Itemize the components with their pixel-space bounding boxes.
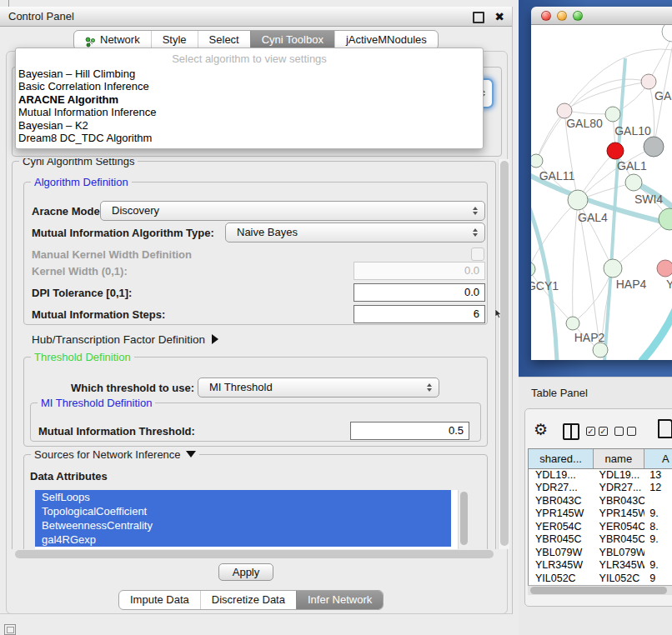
select-all-icon[interactable]: ✓✓ bbox=[586, 427, 608, 436]
tab-network[interactable]: Network bbox=[74, 31, 151, 49]
node-partial-top[interactable] bbox=[662, 25, 672, 42]
document-icon[interactable] bbox=[658, 419, 672, 438]
tab-cyni-toolbox[interactable]: Cyni Toolbox bbox=[250, 31, 334, 49]
tab-jactivemnodules-label: jActiveMNodules bbox=[346, 31, 427, 49]
gear-icon[interactable]: ⚙ bbox=[534, 420, 548, 438]
popup-item-mutual-information[interactable]: Mutual Information Inference bbox=[16, 106, 483, 118]
table-row[interactable]: YLR345WYLR345W9. bbox=[529, 559, 672, 572]
close-icon[interactable]: ✖ bbox=[494, 8, 504, 26]
node-gal4[interactable] bbox=[568, 190, 588, 210]
label-gcy1: GCY1 bbox=[531, 279, 559, 292]
mi-steps-field[interactable]: 6 bbox=[354, 305, 485, 323]
minimize-traffic-light-icon[interactable] bbox=[557, 11, 567, 21]
algorithm-dropdown-popup: Select algorithm to view settings Bayesi… bbox=[15, 48, 484, 149]
node-salmon[interactable] bbox=[657, 260, 672, 277]
list-item[interactable]: gal4RGexp bbox=[35, 532, 451, 547]
label-hap4: HAP4 bbox=[616, 278, 647, 291]
column-header-shared-name[interactable]: shared... bbox=[529, 449, 594, 468]
network-graph: GAL8 GAL80 GAL10 GAL1 GAL11 SWI4 GAL4 GC… bbox=[531, 25, 672, 360]
dock-panel-icon[interactable] bbox=[4, 624, 16, 635]
table-header-row: shared... name A bbox=[528, 448, 672, 469]
expand-arrow-icon bbox=[212, 334, 218, 344]
tab-select[interactable]: Select bbox=[198, 31, 250, 49]
algorithm-definition-legend: Algorithm Definition bbox=[31, 176, 132, 188]
mi-threshold-field[interactable]: 0.5 bbox=[350, 422, 469, 440]
tab-discretize-data[interactable]: Discretize Data bbox=[200, 591, 296, 609]
table-row[interactable]: YBR045CYBR045C9. bbox=[529, 533, 672, 546]
node-gray[interactable] bbox=[644, 137, 664, 157]
kernel-width-label: Kernel Width (0,1): bbox=[32, 265, 128, 278]
tab-style[interactable]: Style bbox=[151, 31, 198, 49]
table-body: YDL19...YDL19...13 YDR27...YDR27...12 YB… bbox=[528, 469, 672, 585]
hub-definition-toggle[interactable]: Hub/Transcription Factor Definition bbox=[32, 333, 218, 346]
float-window-icon[interactable] bbox=[473, 12, 484, 23]
label-swi4: SWI4 bbox=[634, 192, 663, 206]
list-item[interactable]: BetweennessCentrality bbox=[35, 518, 451, 532]
node-hap4[interactable] bbox=[604, 259, 622, 278]
node-red-selected[interactable] bbox=[607, 142, 624, 159]
label-y-partial: Y bbox=[666, 278, 672, 291]
popup-placeholder: Select algorithm to view settings bbox=[16, 48, 483, 68]
window-frame-tick bbox=[8, 0, 9, 7]
aracne-mode-label: Aracne Mode: bbox=[32, 205, 103, 218]
popup-item-bayesian-hill-climbing[interactable]: Bayesian – Hill Climbing bbox=[16, 68, 483, 80]
mi-threshold-label: Mutual Information Threshold: bbox=[38, 425, 195, 438]
table-row[interactable]: YIL052CYIL052C9 bbox=[529, 572, 672, 585]
column-header-name[interactable]: name bbox=[594, 449, 644, 468]
which-threshold-combobox[interactable]: MI Threshold bbox=[198, 378, 439, 398]
label-gal10: GAL10 bbox=[614, 124, 651, 138]
desktop-background: GAL8 GAL80 GAL10 GAL1 GAL11 SWI4 GAL4 GC… bbox=[519, 0, 672, 377]
data-attributes-list: SelfLoops TopologicalCoefficient Between… bbox=[35, 490, 469, 549]
settings-scrollpane: Cyni Algorithm Settings Algorithm Defini… bbox=[7, 158, 498, 549]
cyni-bottom-tabbar: Impute Data Discretize Data Infer Networ… bbox=[118, 590, 384, 610]
apply-button[interactable]: Apply bbox=[218, 563, 273, 581]
deselect-all-icon[interactable] bbox=[614, 427, 636, 436]
node-gal11[interactable] bbox=[531, 154, 543, 168]
tab-infer-network-label: Infer Network bbox=[308, 591, 372, 609]
manual-kernel-checkbox[interactable] bbox=[471, 248, 484, 261]
aracne-mode-combobox[interactable]: Discovery bbox=[100, 201, 485, 221]
settings-horizontal-scrollbar[interactable] bbox=[13, 549, 495, 560]
tab-discretize-data-label: Discretize Data bbox=[212, 591, 285, 609]
table-row[interactable]: YPR145WYPR145W9. bbox=[529, 508, 672, 520]
table-row[interactable]: YER054CYER054C8. bbox=[529, 521, 672, 533]
label-gal1: GAL1 bbox=[617, 159, 647, 172]
popup-item-aracne[interactable]: ARACNE Algorithm bbox=[16, 93, 483, 106]
close-traffic-light-icon[interactable] bbox=[541, 11, 551, 21]
tab-jactivemnodules[interactable]: jActiveMNodules bbox=[334, 31, 438, 49]
zoom-traffic-light-icon[interactable] bbox=[573, 11, 583, 21]
node-gal1[interactable] bbox=[625, 174, 642, 191]
node-gal8[interactable] bbox=[641, 74, 656, 89]
bright-cyan-edge bbox=[641, 290, 672, 360]
list-scrollbar[interactable] bbox=[458, 490, 469, 549]
table-horizontal-scrollbar[interactable] bbox=[528, 585, 672, 595]
network-window-titlebar[interactable] bbox=[531, 7, 672, 25]
popup-item-basic-correlation[interactable]: Basic Correlation Inference bbox=[16, 80, 483, 92]
label-gal4: GAL4 bbox=[578, 211, 608, 224]
dpi-tolerance-field[interactable]: 0.0 bbox=[354, 283, 485, 302]
settings-vertical-scrollbar[interactable] bbox=[498, 159, 509, 549]
table-row[interactable]: YDL19...YDL19...13 bbox=[529, 469, 672, 482]
popup-item-dream8[interactable]: Dream8 DC_TDC Algorithm bbox=[16, 132, 483, 144]
threshold-definition-legend: Threshold Definition bbox=[31, 351, 134, 363]
tab-infer-network[interactable]: Infer Network bbox=[296, 591, 383, 609]
aracne-mode-value: Discovery bbox=[112, 204, 159, 217]
tab-impute-data[interactable]: Impute Data bbox=[119, 591, 200, 609]
table-row[interactable]: YDR27...YDR27...12 bbox=[529, 482, 672, 494]
sources-legend[interactable]: Sources for Network Inference bbox=[31, 448, 199, 461]
column-header-partial[interactable]: A bbox=[644, 449, 672, 468]
mi-threshold-legend: MI Threshold Definition bbox=[38, 397, 155, 409]
list-item[interactable]: TopologicalCoefficient bbox=[35, 504, 451, 518]
list-item[interactable]: SelfLoops bbox=[35, 490, 451, 504]
node-gal10[interactable] bbox=[605, 107, 620, 122]
node-partial-bottom[interactable] bbox=[593, 342, 608, 358]
node-gcy1[interactable] bbox=[531, 262, 535, 277]
split-columns-icon[interactable] bbox=[563, 423, 579, 440]
table-row[interactable]: YBL079WYBL079W bbox=[529, 547, 672, 559]
node-hap2[interactable] bbox=[566, 317, 579, 330]
network-canvas[interactable]: GAL8 GAL80 GAL10 GAL1 GAL11 SWI4 GAL4 GC… bbox=[531, 25, 672, 360]
mi-type-value: Naive Bayes bbox=[237, 226, 298, 238]
popup-item-bayesian-k2[interactable]: Bayesian – K2 bbox=[16, 119, 483, 132]
mi-type-combobox[interactable]: Naive Bayes bbox=[225, 222, 485, 242]
table-row[interactable]: YBR043CYBR043C bbox=[529, 495, 672, 508]
